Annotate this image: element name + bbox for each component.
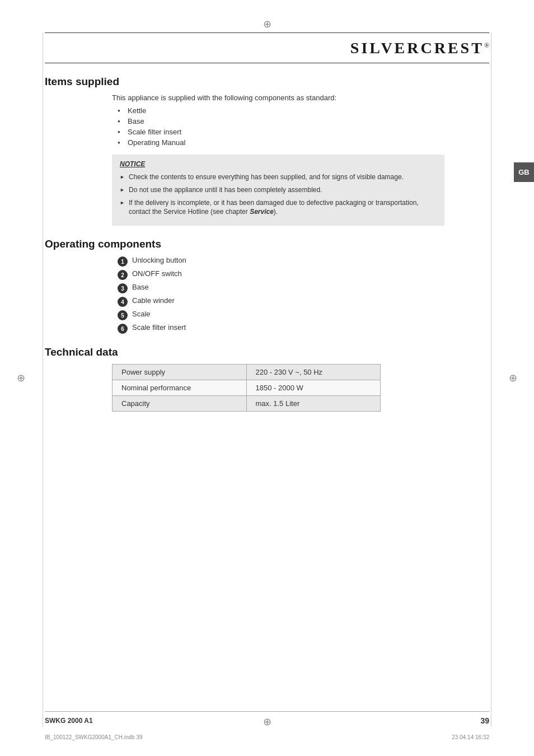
items-bullet-list: Kettle Base Scale filter insert Operatin… (118, 106, 444, 147)
table-cell-value: 1850 - 2000 W (246, 380, 381, 396)
operating-components-content: 1 Unlocking button 2 ON/OFF switch 3 Bas… (112, 256, 444, 334)
brand-name: SilverCrest® (350, 39, 489, 57)
list-item: 4 Cable winder (118, 296, 444, 307)
table-cell-value: 220 - 230 V ~, 50 Hz (246, 365, 381, 380)
items-supplied-section: Items supplied This appliance is supplie… (45, 76, 489, 226)
list-item: 6 Scale filter insert (118, 323, 444, 334)
notice-title: NOTICE (120, 160, 437, 168)
bottom-reg-row: IB_100122_SWKG2000A1_CH.indb 39 23.04.14… (45, 734, 489, 740)
num-badge-6: 6 (118, 324, 128, 334)
footer-date-info: 23.04.14 16:32 (452, 734, 489, 740)
right-border-line (491, 32, 491, 727)
list-item: 1 Unlocking button (118, 256, 444, 267)
gb-tab: GB (514, 162, 534, 182)
table-cell-label: Capacity (113, 396, 247, 412)
table-row: Nominal performance 1850 - 2000 W (113, 380, 381, 396)
num-badge-3: 3 (118, 283, 128, 293)
technical-data-section: Technical data Power supply 220 - 230 V … (45, 346, 489, 412)
notice-item: If the delivery is incomplete, or it has… (120, 198, 437, 217)
num-badge-2: 2 (118, 270, 128, 280)
notice-item: Check the contents to ensure everything … (120, 172, 437, 182)
table-row: Power supply 220 - 230 V ~, 50 Hz (113, 365, 381, 380)
footer-file-info: IB_100122_SWKG2000A1_CH.indb 39 (45, 734, 143, 740)
list-item: Base (118, 117, 444, 125)
footer-area: SWKG 2000 A1 39 (45, 711, 489, 725)
list-item: 2 ON/OFF switch (118, 269, 444, 280)
notice-box: NOTICE Check the contents to ensure ever… (112, 155, 444, 226)
table-cell-label: Power supply (113, 365, 247, 380)
technical-data-heading: Technical data (45, 346, 489, 358)
page: ⊕ ⊕ ⊕ ⊕ SilverCrest® GB Items supplied T… (0, 0, 534, 756)
list-item: 5 Scale (118, 310, 444, 320)
table-cell-value: max. 1.5 Liter (246, 396, 381, 412)
table-row: Capacity max. 1.5 Liter (113, 396, 381, 412)
brand-area: SilverCrest® (45, 39, 489, 63)
reg-mark-top: ⊕ (263, 18, 271, 30)
list-item: Kettle (118, 106, 444, 115)
reg-mark-right: ⊕ (509, 372, 517, 384)
list-item: Scale filter insert (118, 128, 444, 136)
items-supplied-content: This appliance is supplied with the foll… (112, 94, 444, 226)
items-intro: This appliance is supplied with the foll… (112, 94, 444, 102)
items-supplied-heading: Items supplied (45, 76, 489, 88)
operating-components-heading: Operating components (45, 238, 489, 250)
technical-data-content: Power supply 220 - 230 V ~, 50 Hz Nomina… (112, 364, 444, 412)
list-item: Operating Manual (118, 138, 444, 147)
operating-components-section: Operating components 1 Unlocking button … (45, 238, 489, 334)
service-bold: Service (250, 208, 274, 216)
technical-data-table: Power supply 220 - 230 V ~, 50 Hz Nomina… (112, 364, 381, 412)
left-border-line (43, 32, 43, 727)
reg-mark-left: ⊕ (17, 372, 25, 384)
num-badge-4: 4 (118, 297, 128, 307)
operating-components-list: 1 Unlocking button 2 ON/OFF switch 3 Bas… (118, 256, 444, 334)
list-item: 3 Base (118, 283, 444, 293)
table-cell-label: Nominal performance (113, 380, 247, 396)
notice-item: Do not use the appliance until it has be… (120, 185, 437, 195)
top-border-line (45, 32, 489, 33)
footer-model: SWKG 2000 A1 (45, 717, 93, 725)
num-badge-1: 1 (118, 256, 128, 267)
footer-page: 39 (480, 716, 489, 725)
num-badge-5: 5 (118, 310, 128, 320)
